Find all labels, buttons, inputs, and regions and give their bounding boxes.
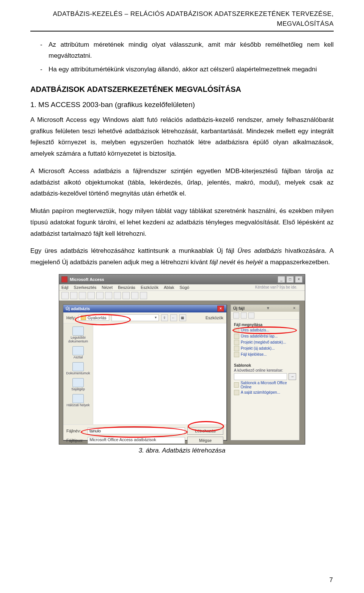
globe-icon — [234, 382, 239, 388]
place-icon — [72, 362, 84, 371]
task-pane-section-templates: Sablonok A következő online keresése: → … — [231, 360, 299, 398]
menu-edit[interactable]: Szerkesztés — [74, 285, 96, 290]
bullet-item-2: Ha egy attribútumértékünk viszonylag áll… — [40, 64, 334, 75]
document-icon — [234, 340, 239, 345]
link-label: Sablonok a Microsoft Office Online — [240, 381, 296, 389]
bullet-list: Az attribútum méretének mindig olyat vál… — [30, 39, 334, 75]
maximize-button[interactable]: □ — [286, 276, 294, 283]
link-choose-file[interactable]: Fájl kijelölése... — [234, 352, 296, 357]
task-pane-close[interactable]: × — [292, 306, 297, 310]
p4-text-a: Egy üres adatbázis létrehozásához kattin… — [30, 247, 237, 254]
link-label: A saját számítógépen... — [241, 390, 280, 394]
p4-italic-d: fájl nevét — [210, 259, 235, 266]
filetype-label: Fájltípus: — [66, 438, 85, 443]
link-office-online-templates[interactable]: Sablonok a Microsoft Office Online — [234, 381, 296, 389]
ask-question-box[interactable]: Kérdése van? Írja be ide. — [255, 285, 297, 289]
template-search-input[interactable] — [234, 373, 287, 380]
menu-file[interactable]: Eájl — [61, 285, 68, 290]
annotation-ellipse — [75, 314, 131, 325]
header-line-1: ADATBÁZIS-KEZELÉS – RELÁCIÓS ADATBÁZISOK… — [30, 9, 334, 19]
toolbar-button[interactable] — [88, 292, 95, 299]
filetype-select[interactable]: Microsoft Office Access adatbázisok — [88, 437, 185, 444]
cancel-button[interactable]: Mégse — [187, 437, 223, 444]
link-project-existing[interactable]: Projekt (meglévő adatok)... — [234, 340, 296, 345]
toolbar-button[interactable] — [122, 292, 130, 299]
section-heading: ADATBÁZISOK ADATSZERKEZETÉNEK MEGVALÓSÍT… — [30, 85, 334, 94]
p4-text-g: a mappaszerkezetben. — [263, 259, 330, 266]
annotation-ellipse — [81, 426, 188, 438]
place-network[interactable]: Hálózati helyek — [66, 394, 89, 407]
toolbar-button[interactable] — [61, 292, 69, 299]
link-local-templates[interactable]: A saját számítógépen... — [234, 390, 296, 395]
toolbar-button[interactable] — [70, 292, 77, 299]
template-search-go[interactable]: → — [289, 373, 296, 380]
menu-window[interactable]: Ablak — [164, 285, 174, 290]
nav-home-button[interactable] — [248, 312, 254, 319]
link-project-new[interactable]: Projekt (új adatok)... — [234, 346, 296, 351]
menu-tools[interactable]: Eszközök — [141, 285, 158, 290]
toolbar-button[interactable] — [140, 292, 147, 299]
template-search: → — [234, 373, 296, 380]
p4-italic-f: helyét — [246, 259, 263, 266]
document-icon — [234, 346, 239, 351]
page-header: ADATBÁZIS-KEZELÉS – RELÁCIÓS ADATBÁZISOK… — [30, 9, 334, 29]
link-blank-data-access-page[interactable]: Üres adatelérési lap... — [234, 334, 296, 339]
minimize-button[interactable]: _ — [278, 276, 285, 283]
place-icon — [72, 394, 84, 403]
place-desktop[interactable]: Asztal — [72, 346, 84, 359]
dialog-titlebar: Új adatbázis × — [63, 305, 226, 312]
place-my-computer[interactable]: Sajátgép — [71, 378, 85, 391]
task-pane-title-text: Új fájl — [233, 306, 245, 311]
views-button[interactable]: ▦ — [179, 314, 186, 321]
tools-menu[interactable]: Eszközök — [206, 315, 223, 320]
p4-italic-b: Üres adatbázis — [237, 247, 282, 254]
up-folder-button[interactable]: ⇧ — [161, 314, 168, 321]
dialog-close-button[interactable]: × — [217, 306, 224, 312]
figure: Microsoft Access _ □ × Eájl Szerkesztés … — [30, 274, 334, 454]
link-label: Üres adatelérési lap... — [241, 334, 278, 338]
toolbar-button[interactable] — [96, 292, 104, 299]
pane-group-label: Sablonok — [234, 363, 296, 367]
menu-insert[interactable]: Beszúrás — [118, 285, 135, 290]
titlebar: Microsoft Access _ □ × — [59, 274, 305, 284]
task-pane-title: Új fájl ▼ × — [231, 305, 299, 312]
nav-forward-button[interactable] — [241, 312, 247, 319]
task-pane-nav — [231, 312, 299, 320]
toolbar-button[interactable] — [79, 292, 86, 299]
paragraph-3: Miután papíron megterveztük, hogy milyen… — [30, 205, 334, 239]
place-label: Hálózati helyek — [66, 403, 89, 407]
place-documents[interactable]: Dokumentumok — [66, 362, 90, 375]
paragraph-1: A Microsoft Access egy Windows alatt fut… — [30, 114, 334, 159]
task-pane-section-open: Fájl megnyitása Üres adatbázis... Üres a… — [231, 320, 299, 360]
link-label: Projekt (meglévő adatok)... — [241, 340, 286, 344]
link-label: Üres adatbázis... — [241, 328, 269, 332]
task-pane-dropdown[interactable]: ▼ — [265, 306, 271, 310]
task-pane: Új fájl ▼ × Fájl megnyitása Üres adatbá — [231, 304, 300, 440]
app-icon — [61, 276, 67, 282]
access-window: Microsoft Access _ □ × Eájl Szerkesztés … — [59, 274, 305, 445]
close-button[interactable]: × — [295, 276, 303, 283]
dialog-title-text: Új adatbázis — [66, 306, 90, 311]
back-button[interactable]: ← — [170, 314, 177, 321]
place-recent[interactable]: Legutóbbi dokumentum — [63, 326, 93, 343]
link-blank-database[interactable]: Üres adatbázis... — [234, 328, 296, 333]
file-list[interactable] — [93, 323, 226, 424]
figure-caption: 3. ábra. Adatbázis létrehozása — [138, 447, 225, 454]
toolbar-button[interactable] — [114, 292, 121, 299]
place-icon — [72, 378, 84, 387]
toolbar — [59, 291, 305, 301]
menu-view[interactable]: Nézet — [102, 285, 113, 290]
place-icon — [72, 346, 84, 355]
document-icon — [234, 352, 239, 357]
link-label: Fájl kijelölése... — [241, 352, 267, 356]
menu-help[interactable]: Súgó — [179, 285, 189, 290]
header-rule — [30, 31, 334, 32]
page-number: 7 — [329, 576, 333, 584]
bullet-item-1: Az attribútum méretének mindig olyat vál… — [40, 39, 334, 62]
annotation-ellipse — [188, 421, 224, 432]
toolbar-button[interactable] — [105, 292, 112, 299]
toolbar-button[interactable] — [131, 292, 138, 299]
header-line-2: MEGVALÓSÍTÁSA — [30, 19, 334, 29]
document-icon — [234, 328, 239, 333]
nav-back-button[interactable] — [233, 312, 239, 319]
